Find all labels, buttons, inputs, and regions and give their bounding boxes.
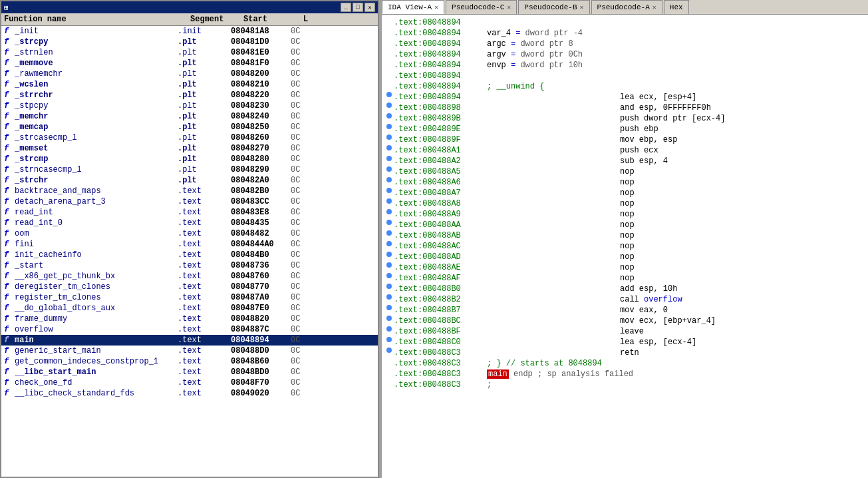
table-row[interactable]: fcheck_one_fd.text08048F700C [1, 377, 378, 388]
table-row[interactable]: f_strrchr.plt080482200C [1, 90, 378, 101]
breakpoint-area [384, 305, 394, 310]
function-icon: f [4, 346, 12, 356]
table-row[interactable]: f_memcap.plt080482500C [1, 122, 378, 132]
table-row[interactable]: fgeneric_start_main.text080488D00C [1, 346, 378, 356]
function-icon: f [4, 304, 12, 313]
instruction-content: nop [487, 273, 635, 284]
function-icon: f [4, 165, 12, 174]
function-name: _memcap [15, 122, 178, 132]
start-address: 080482B0 [231, 186, 291, 196]
table-row[interactable]: fderegister_tm_clones.text080487700C [1, 282, 378, 292]
table-row[interactable]: f__libc_start_main.text08048BD00C [1, 367, 378, 377]
table-row[interactable]: f_strcasecmp_l.plt080482600C [1, 132, 378, 143]
table-row[interactable]: fdetach_arena_part_3.text080483CC0C [1, 196, 378, 207]
table-row[interactable]: f_strcpy.plt080481D00C [1, 37, 378, 47]
start-address: 08048250 [231, 122, 291, 132]
table-row[interactable]: f_start.text080487360C [1, 260, 378, 271]
table-row[interactable]: fregister_tm_clones.text080487A00C [1, 292, 378, 303]
function-icon: f [4, 37, 12, 47]
code-view[interactable]: .text:08048894.text:08048894var_4 = dwor… [382, 15, 868, 478]
table-row[interactable]: f_strcmp.plt080482800C [1, 154, 378, 164]
table-row[interactable]: f_rawmemchr.plt080482000C [1, 69, 378, 79]
table-row[interactable]: fget_common_indeces_constprop_1.text0804… [1, 356, 378, 367]
table-row[interactable]: f_strchr.plt080482A00C [1, 175, 378, 186]
segment-value: .text [178, 208, 231, 217]
start-address: 08048270 [231, 144, 291, 153]
tab-close-btn[interactable]: ✕ [507, 3, 511, 11]
function-icon: f [4, 69, 12, 79]
l-value: 0C [291, 293, 311, 302]
table-row[interactable]: foverflow.text0804887C0C [1, 324, 378, 335]
function-name: _strnlen [15, 48, 178, 57]
function-icon: f [4, 48, 12, 57]
table-row[interactable]: f__do_global_dtors_aux.text080487E00C [1, 303, 378, 314]
table-row[interactable]: f__libc_check_standard_fds.text080490200… [1, 388, 378, 399]
table-row[interactable]: finit_cacheinfo.text080484B00C [1, 250, 378, 260]
tab-pseudocode-b[interactable]: Pseudocode-B✕ [518, 0, 589, 14]
code-line: .text:08048894; __unwind { [384, 81, 865, 92]
table-row[interactable]: fbacktrace_and_maps.text080482B00C [1, 186, 378, 196]
table-row[interactable]: f__x86_get_pc_thunk_bx.text080487600C [1, 271, 378, 282]
instruction-content: nop [487, 241, 635, 252]
segment-value: .plt [178, 122, 231, 132]
code-line: .text:0804889E push ebp [384, 124, 865, 134]
functions-table-body[interactable]: f_init.init080481A80Cf_strcpy.plt080481D… [1, 26, 378, 477]
functions-restore-btn[interactable]: □ [353, 3, 363, 12]
segment-value: .plt [178, 37, 231, 47]
tab-ida-view-a[interactable]: IDA View-A✕ [382, 0, 444, 14]
start-address: 08048BD0 [231, 367, 291, 377]
table-row[interactable]: ffini.text0804844A00C [1, 239, 378, 250]
table-row[interactable]: f_strnlen.plt080481E00C [1, 47, 378, 58]
start-address: 08048435 [231, 218, 291, 228]
tab-pseudocode-c[interactable]: Pseudocode-C✕ [446, 0, 517, 14]
table-row[interactable]: f_init.init080481A80C [1, 26, 378, 37]
segment-value: .plt [178, 80, 231, 89]
tab-close-btn[interactable]: ✕ [652, 3, 656, 11]
function-icon: f [4, 59, 12, 68]
code-address: .text:080488A1 [394, 145, 487, 156]
breakpoint-area [384, 156, 394, 161]
tab-hex[interactable]: Hex [664, 0, 689, 14]
breakpoint-dot-icon [386, 113, 392, 119]
table-row[interactable]: f_stpcpy.plt080482300C [1, 101, 378, 111]
start-address: 080483CC [231, 197, 291, 206]
l-value: 0C [291, 101, 311, 111]
breakpoint-dot-icon [386, 294, 392, 300]
breakpoint-dot-icon [386, 134, 392, 140]
table-row[interactable]: f_wcslen.plt080482100C [1, 79, 378, 90]
tab-close-btn[interactable]: ✕ [434, 3, 438, 11]
segment-value: .plt [178, 154, 231, 164]
functions-close-btn[interactable]: ✕ [364, 3, 375, 12]
table-row[interactable]: foom.text080484820C [1, 228, 378, 239]
table-row[interactable]: fmain.text080488940C [1, 335, 378, 346]
breakpoint-dot-icon [386, 220, 392, 225]
breakpoint-area [384, 241, 394, 246]
function-name: __x86_get_pc_thunk_bx [15, 272, 178, 281]
code-address: .text:08048894 [394, 39, 487, 49]
table-row[interactable]: f_strncasecmp_l.plt080482900C [1, 164, 378, 175]
function-name: _memset [15, 144, 178, 153]
code-line: .text:080488C3main endp ; sp analysis fa… [384, 369, 865, 379]
l-value: 0C [291, 144, 311, 153]
l-value: 0C [291, 229, 311, 238]
code-address: .text:08048894 [394, 49, 487, 60]
table-row[interactable]: f_memchr.plt080482400C [1, 111, 378, 122]
start-address: 08048230 [231, 101, 291, 111]
table-row[interactable]: fread_int_0.text080484350C [1, 218, 378, 228]
breakpoint-area [384, 188, 394, 193]
code-address: .text:0804889B [394, 113, 487, 124]
code-line: .text:080488A2 sub esp, 4 [384, 156, 865, 166]
table-row[interactable]: fframe_dummy.text080488200C [1, 314, 378, 324]
table-row[interactable]: f_memmove.plt080481F00C [1, 58, 378, 69]
table-row[interactable]: fread_int.text080483E80C [1, 207, 378, 218]
start-address: 08048770 [231, 282, 291, 292]
table-row[interactable]: f_memset.plt080482700C [1, 143, 378, 154]
segment-value: .text [178, 218, 231, 228]
tab-pseudocode-a[interactable]: Pseudocode-A✕ [591, 0, 662, 14]
start-address: 08048760 [231, 272, 291, 281]
tab-close-btn[interactable]: ✕ [580, 3, 584, 11]
function-icon: f [4, 154, 12, 164]
code-line: .text:08048894argv = dword ptr 0Ch [384, 49, 865, 60]
functions-minimize-btn[interactable]: _ [341, 3, 351, 12]
function-name: check_one_fd [15, 378, 178, 387]
